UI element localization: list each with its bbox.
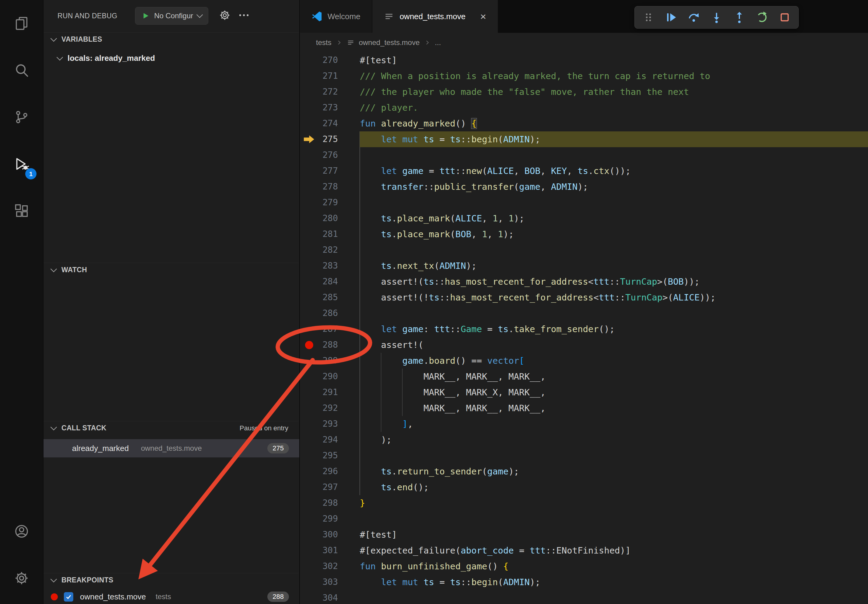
breakpoint-gutter[interactable] bbox=[300, 337, 318, 353]
code-line-text[interactable]: assert!(ts::has_most_recent_for_address<… bbox=[360, 274, 868, 290]
activity-manage[interactable] bbox=[0, 555, 43, 602]
gutter-glyph-margin[interactable] bbox=[300, 353, 318, 369]
gutter-glyph-margin[interactable] bbox=[300, 432, 318, 448]
code-line[interactable]: 282 bbox=[300, 242, 868, 258]
gutter-glyph-margin[interactable] bbox=[300, 179, 318, 195]
code-line-text[interactable]: #[expected_failure(abort_code = ttt::ENo… bbox=[360, 542, 868, 558]
watch-section-header[interactable]: WATCH bbox=[43, 263, 299, 277]
line-number[interactable]: 281 bbox=[318, 226, 338, 242]
code-line-text[interactable]: #[test] bbox=[360, 527, 868, 542]
line-number[interactable]: 271 bbox=[318, 68, 338, 84]
code-line-text[interactable]: game.board() == vector[ bbox=[360, 353, 868, 369]
step-over-button[interactable] bbox=[684, 8, 704, 27]
code-line[interactable]: 286 bbox=[300, 305, 868, 321]
line-number[interactable]: 292 bbox=[318, 400, 338, 416]
code-line[interactable]: 295 bbox=[300, 448, 868, 463]
code-editor[interactable]: 270#[test]271/// When a position is alre… bbox=[300, 52, 868, 604]
breakpoint-checkbox[interactable] bbox=[64, 592, 73, 602]
code-line[interactable]: 299 bbox=[300, 511, 868, 527]
code-line-text[interactable] bbox=[360, 511, 868, 527]
gutter-glyph-margin[interactable] bbox=[300, 590, 318, 604]
gutter-glyph-margin[interactable] bbox=[300, 52, 318, 68]
line-number[interactable]: 280 bbox=[318, 211, 338, 226]
close-tab-icon[interactable]: × bbox=[480, 11, 486, 22]
code-line[interactable]: 290 MARK__, MARK__, MARK__, bbox=[300, 369, 868, 384]
start-debugging-icon[interactable] bbox=[141, 12, 150, 20]
line-number[interactable]: 293 bbox=[318, 416, 338, 432]
code-line-text[interactable] bbox=[360, 305, 868, 321]
activity-source-control[interactable] bbox=[0, 94, 43, 141]
code-line[interactable]: 304 bbox=[300, 590, 868, 604]
line-number[interactable]: 298 bbox=[318, 495, 338, 511]
code-line[interactable]: 288 assert!( bbox=[300, 337, 868, 353]
line-number[interactable]: 275 bbox=[318, 132, 338, 147]
gutter-glyph-margin[interactable] bbox=[300, 511, 318, 527]
gutter-glyph-margin[interactable] bbox=[300, 542, 318, 558]
line-number[interactable]: 286 bbox=[318, 305, 338, 321]
breakpoint-dot-icon[interactable] bbox=[305, 341, 313, 349]
code-line-text[interactable]: assert!(!ts::has_most_recent_for_address… bbox=[360, 290, 868, 305]
breakpoints-section-header[interactable]: BREAKPOINTS bbox=[43, 573, 299, 587]
breadcrumb-item-tests[interactable]: tests bbox=[316, 38, 332, 47]
gutter-glyph-margin[interactable] bbox=[300, 258, 318, 274]
code-line[interactable]: 289 game.board() == vector[ bbox=[300, 353, 868, 369]
code-line-text[interactable]: ); bbox=[360, 432, 868, 448]
code-line-text[interactable]: ts.end(); bbox=[360, 479, 868, 495]
gutter-glyph-margin[interactable] bbox=[300, 448, 318, 463]
code-line-text[interactable]: } bbox=[360, 495, 868, 511]
activity-accounts[interactable] bbox=[0, 508, 43, 555]
gutter-glyph-margin[interactable] bbox=[300, 163, 318, 179]
code-line[interactable]: 277 let game = ttt::new(ALICE, BOB, KEY,… bbox=[300, 163, 868, 179]
line-number[interactable]: 288 bbox=[318, 337, 338, 353]
gutter-glyph-margin[interactable] bbox=[300, 211, 318, 226]
code-line[interactable]: 297 ts.end(); bbox=[300, 479, 868, 495]
gutter-glyph-margin[interactable] bbox=[300, 495, 318, 511]
gutter-glyph-margin[interactable] bbox=[300, 226, 318, 242]
code-line[interactable]: 285 assert!(!ts::has_most_recent_for_add… bbox=[300, 290, 868, 305]
code-line-text[interactable]: MARK__, MARK_X, MARK__, bbox=[360, 384, 868, 400]
code-line-text[interactable]: assert!( bbox=[360, 337, 868, 353]
call-stack-frame[interactable]: already_marked owned_tests.move 275 bbox=[43, 439, 299, 457]
more-actions-icon[interactable] bbox=[237, 9, 250, 23]
code-line-text[interactable]: ts.return_to_sender(game); bbox=[360, 463, 868, 479]
line-number[interactable]: 290 bbox=[318, 369, 338, 384]
code-line-text[interactable]: let game = ttt::new(ALICE, BOB, KEY, ts.… bbox=[360, 163, 868, 179]
line-number[interactable]: 283 bbox=[318, 258, 338, 274]
code-line[interactable]: 287 let game: ttt::Game = ts.take_from_s… bbox=[300, 321, 868, 337]
line-number[interactable]: 279 bbox=[318, 195, 338, 211]
gutter-glyph-margin[interactable] bbox=[300, 527, 318, 542]
line-number[interactable]: 287 bbox=[318, 321, 338, 337]
current-line-gutter[interactable] bbox=[300, 132, 318, 147]
gutter-glyph-margin[interactable] bbox=[300, 369, 318, 384]
breadcrumb-item-symbol[interactable]: ... bbox=[435, 38, 441, 47]
code-line-text[interactable]: MARK__, MARK__, MARK__, bbox=[360, 400, 868, 416]
code-line-text[interactable] bbox=[360, 147, 868, 163]
line-number[interactable]: 282 bbox=[318, 242, 338, 258]
line-number[interactable]: 289 bbox=[318, 353, 338, 369]
activity-search[interactable] bbox=[0, 47, 43, 94]
tab-owned-tests-move[interactable]: owned_tests.move × bbox=[372, 0, 498, 33]
code-line-text[interactable] bbox=[360, 242, 868, 258]
code-line[interactable]: 296 ts.return_to_sender(game); bbox=[300, 463, 868, 479]
variables-section-header[interactable]: VARIABLES bbox=[43, 32, 299, 46]
gutter-glyph-margin[interactable] bbox=[300, 416, 318, 432]
line-number[interactable]: 284 bbox=[318, 274, 338, 290]
gutter-glyph-margin[interactable] bbox=[300, 463, 318, 479]
line-number[interactable]: 296 bbox=[318, 463, 338, 479]
line-number[interactable]: 294 bbox=[318, 432, 338, 448]
code-line[interactable]: 270#[test] bbox=[300, 52, 868, 68]
code-line[interactable]: 272/// the player who made the "false" m… bbox=[300, 84, 868, 100]
activity-explorer[interactable] bbox=[0, 0, 43, 47]
code-line-text[interactable]: ts.place_mark(ALICE, 1, 1); bbox=[360, 211, 868, 226]
code-line[interactable]: 300#[test] bbox=[300, 527, 868, 542]
code-line[interactable]: 283 ts.next_tx(ADMIN); bbox=[300, 258, 868, 274]
code-line[interactable]: 291 MARK__, MARK_X, MARK__, bbox=[300, 384, 868, 400]
gutter-glyph-margin[interactable] bbox=[300, 384, 318, 400]
activity-extensions[interactable] bbox=[0, 187, 43, 234]
code-line[interactable]: 275 let mut ts = ts::begin(ADMIN); bbox=[300, 132, 868, 147]
code-line-text[interactable]: transfer::public_transfer(game, ADMIN); bbox=[360, 179, 868, 195]
gutter-glyph-margin[interactable] bbox=[300, 400, 318, 416]
code-line-text[interactable]: #[test] bbox=[360, 52, 868, 68]
gutter-glyph-margin[interactable] bbox=[300, 147, 318, 163]
gutter-glyph-margin[interactable] bbox=[300, 305, 318, 321]
